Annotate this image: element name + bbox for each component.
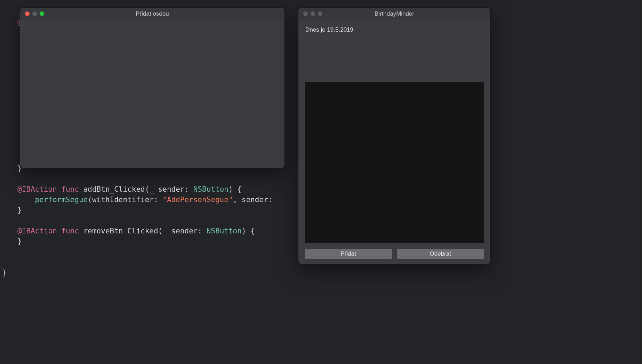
code-punct: , sender: — [233, 196, 273, 204]
person-list[interactable] — [305, 82, 484, 243]
code-punct: (withIdentifier: — [88, 196, 162, 204]
add-person-window[interactable]: Přidat osobu — [20, 8, 284, 168]
remove-button[interactable]: Odebrat — [397, 249, 484, 259]
code-string: "AddPersonSegue" — [162, 196, 233, 204]
titlebar[interactable]: BirthdayMinder — [298, 8, 490, 20]
today-date-label: Dnes je 19.5.2019 — [305, 26, 484, 33]
add-button[interactable]: Přidat — [305, 249, 392, 259]
minimize-icon[interactable] — [32, 11, 37, 16]
code-keyword: func — [61, 227, 79, 235]
code-brace: } — [17, 237, 22, 246]
code-keyword: func — [61, 185, 79, 193]
traffic-lights — [298, 11, 322, 16]
code-punct: ) { — [228, 185, 242, 193]
window-content: Dnes je 19.5.2019 Přidat Odebrat — [298, 20, 490, 264]
code-brace: } — [17, 206, 22, 214]
code-param: sender: — [154, 185, 193, 193]
window-title: Přidat osobu — [20, 10, 284, 17]
minimize-icon[interactable] — [311, 11, 315, 16]
code-param: sender: — [167, 227, 207, 235]
code-type: NSButton — [193, 185, 228, 193]
code-brace: } — [2, 268, 7, 277]
code-identifier: removeBtn_Clicked( — [83, 227, 163, 235]
close-icon[interactable] — [25, 11, 30, 16]
window-content — [20, 20, 284, 168]
code-indent — [17, 196, 35, 204]
maximize-icon[interactable] — [40, 11, 44, 16]
button-row: Přidat Odebrat — [305, 249, 484, 259]
close-icon[interactable] — [303, 11, 308, 16]
traffic-lights — [20, 11, 44, 16]
code-type: NSButton — [207, 227, 242, 235]
code-keyword: _ — [149, 185, 154, 193]
birthdayminder-window[interactable]: BirthdayMinder Dnes je 19.5.2019 Přidat … — [298, 8, 490, 264]
code-identifier: addBtn_Clicked( — [83, 185, 150, 193]
titlebar[interactable]: Přidat osobu — [20, 8, 284, 20]
code-keyword: @IBAction — [17, 185, 57, 193]
maximize-icon[interactable] — [318, 11, 322, 16]
code-method: performSegue — [35, 196, 88, 204]
code-punct: ) { — [242, 227, 255, 235]
window-title: BirthdayMinder — [298, 10, 490, 17]
code-keyword: @IBAction — [17, 227, 57, 235]
code-keyword: _ — [162, 227, 167, 235]
spacer — [305, 33, 484, 82]
